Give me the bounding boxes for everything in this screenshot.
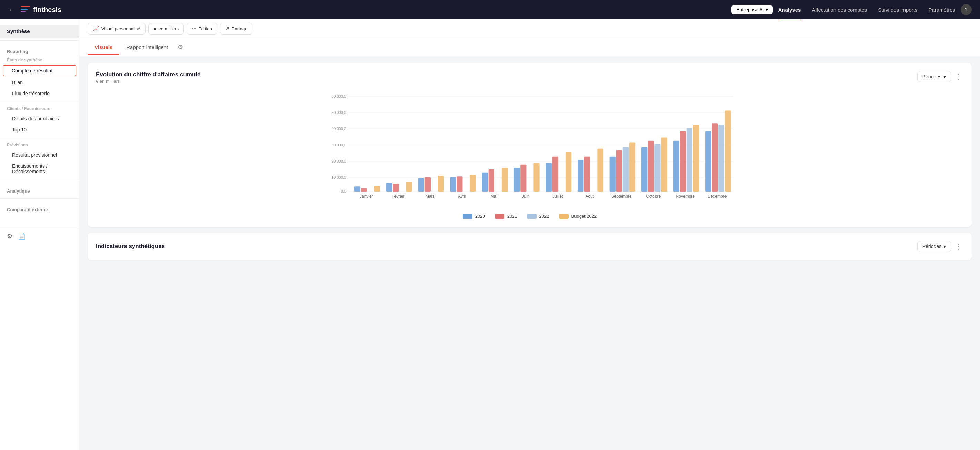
bar-budget2022-avril bbox=[470, 175, 476, 191]
x-label-mars: Mars bbox=[426, 194, 435, 199]
nav-link-analyses[interactable]: Analyses bbox=[778, 6, 801, 14]
x-label-décembre: Décembre bbox=[708, 194, 727, 199]
x-label-septembre: Septembre bbox=[611, 194, 632, 199]
chart-controls: Périodes ▾ ⋮ bbox=[917, 71, 963, 82]
indicators-controls: Périodes ▾ ⋮ bbox=[917, 241, 963, 252]
nav-link-parametres[interactable]: Paramètres bbox=[928, 6, 955, 14]
indicators-periods-label: Périodes bbox=[923, 244, 941, 249]
periods-chevron-icon: ▾ bbox=[943, 74, 946, 79]
visuel-personnalise-button[interactable]: 📈 Visuel personnalisé bbox=[88, 23, 146, 35]
sidebar-item-resultat-prev[interactable]: Résultat prévisionnel bbox=[0, 149, 79, 160]
bar-2020-octobre bbox=[641, 147, 647, 191]
sidebar-item-synthese[interactable]: Synthèse bbox=[0, 25, 79, 38]
company-selector[interactable]: Entreprise A ▾ bbox=[731, 5, 772, 14]
app-name: finthesis bbox=[33, 6, 61, 14]
sidebar-section-analytique: Analytique bbox=[0, 183, 79, 196]
indicators-periods-dropdown[interactable]: Périodes ▾ bbox=[917, 241, 951, 252]
sidebar-item-details-aux[interactable]: Détails des auxiliaires bbox=[0, 113, 79, 124]
legend-2022: 2022 bbox=[527, 214, 549, 219]
partage-button[interactable]: ↗ Partage bbox=[220, 23, 253, 35]
bar-budget2022-mai bbox=[502, 168, 508, 191]
bar-2021-juillet bbox=[552, 157, 558, 191]
bar-budget2022-septembre bbox=[629, 142, 635, 191]
bar-2021-novembre bbox=[680, 131, 686, 191]
settings-icon[interactable]: ⚙ bbox=[7, 233, 13, 240]
back-button[interactable]: ← bbox=[8, 6, 15, 13]
nav-link-imports[interactable]: Suivi des imports bbox=[878, 6, 917, 14]
sidebar-item-encaissements[interactable]: Encaissements / Décaissements bbox=[0, 160, 79, 177]
app-logo: finthesis bbox=[21, 6, 726, 14]
x-label-août: Août bbox=[585, 194, 594, 199]
sidebar-item-flux[interactable]: Flux de trésorerie bbox=[0, 88, 79, 99]
tab-rapport[interactable]: Rapport intelligent bbox=[119, 39, 175, 55]
bar-budget2022-mars bbox=[438, 176, 444, 191]
bar-2021-janvier bbox=[361, 188, 367, 191]
sidebar-section-comparatif: Comparatif externe bbox=[0, 201, 79, 214]
svg-text:50 000,0: 50 000,0 bbox=[331, 110, 346, 115]
tab-visuels[interactable]: Visuels bbox=[88, 39, 119, 55]
sidebar-divider-4 bbox=[0, 180, 79, 180]
milliers-icon: ● bbox=[153, 26, 157, 32]
document-icon[interactable]: 📄 bbox=[18, 233, 25, 240]
indicators-title: Indicateurs synthétiques bbox=[96, 243, 165, 250]
legend-color-2021 bbox=[495, 214, 504, 219]
edition-button[interactable]: ✏ Édition bbox=[186, 23, 217, 35]
x-label-octobre: Octobre bbox=[646, 194, 661, 199]
x-label-juin: Juin bbox=[522, 194, 530, 199]
legend-color-2020 bbox=[463, 214, 473, 219]
sidebar-item-bilan[interactable]: Bilan bbox=[0, 77, 79, 88]
svg-text:40 000,0: 40 000,0 bbox=[331, 127, 346, 131]
bar-budget2022-juin bbox=[533, 163, 539, 191]
legend-label-2021: 2021 bbox=[507, 214, 517, 219]
sidebar-divider-5 bbox=[0, 198, 79, 199]
periods-dropdown[interactable]: Périodes ▾ bbox=[917, 71, 951, 82]
tabs-bar: Visuels Rapport intelligent ⚙ bbox=[79, 38, 980, 56]
bar-2021-mai bbox=[488, 169, 495, 191]
bar-budget2022-décembre bbox=[725, 110, 731, 191]
sidebar-item-compte-resultat[interactable]: Compte de résultat bbox=[3, 65, 76, 76]
bar-budget2022-janvier bbox=[374, 186, 380, 191]
x-label-mai: Mai bbox=[491, 194, 497, 199]
indicators-card: Indicateurs synthétiques Périodes ▾ ⋮ bbox=[88, 233, 972, 260]
svg-text:30 000,0: 30 000,0 bbox=[331, 143, 346, 147]
legend-2021: 2021 bbox=[495, 214, 517, 219]
bar-2021-juin bbox=[520, 164, 526, 191]
sidebar-item-top10[interactable]: Top 10 bbox=[0, 124, 79, 135]
x-label-janvier: Janvier bbox=[360, 194, 373, 199]
bar-2021-octobre bbox=[648, 141, 654, 191]
legend-budget2022: Budget 2022 bbox=[559, 214, 597, 219]
legend-label-2022: 2022 bbox=[539, 214, 549, 219]
main-layout: Synthèse Reporting États de synthèse Com… bbox=[0, 19, 980, 450]
bar-2020-janvier bbox=[355, 186, 360, 191]
x-label-novembre: Novembre bbox=[676, 194, 695, 199]
bar-2022-novembre bbox=[687, 128, 692, 191]
help-button[interactable]: ? bbox=[961, 4, 972, 15]
sidebar-footer: ⚙ 📄 bbox=[0, 228, 79, 244]
sidebar-subsection-clients: Clients / Fournisseurs bbox=[0, 105, 79, 113]
en-milliers-button[interactable]: ● en milliers bbox=[148, 23, 184, 35]
scroll-content: Évolution du chiffre d'affaires cumulé €… bbox=[79, 56, 980, 450]
bar-budget2022-février bbox=[406, 182, 412, 191]
bar-2022-septembre bbox=[623, 147, 628, 191]
indicators-chevron-icon: ▾ bbox=[943, 244, 946, 249]
x-label-juillet: Juillet bbox=[552, 194, 563, 199]
chart-menu-icon[interactable]: ⋮ bbox=[954, 71, 963, 82]
tab-settings-icon[interactable]: ⚙ bbox=[175, 38, 186, 56]
chart-container: 60 000,0 50 000,0 40 000,0 30 000,0 20 0… bbox=[96, 91, 963, 209]
sidebar: Synthèse Reporting États de synthèse Com… bbox=[0, 19, 79, 450]
bar-budget2022-octobre bbox=[661, 138, 667, 191]
nav-link-affectation[interactable]: Affectation des comptes bbox=[812, 6, 867, 14]
bar-2020-novembre bbox=[673, 141, 679, 191]
legend-color-budget2022 bbox=[559, 214, 569, 219]
bar-2020-juillet bbox=[546, 163, 552, 191]
legend-label-budget2022: Budget 2022 bbox=[571, 214, 597, 219]
edit-icon: ✏ bbox=[192, 26, 196, 32]
bar-2020-mars bbox=[418, 178, 424, 191]
bar-2022-décembre bbox=[718, 125, 724, 191]
legend-color-2022 bbox=[527, 214, 536, 219]
indicators-menu-icon[interactable]: ⋮ bbox=[954, 241, 963, 252]
chart-icon: 📈 bbox=[93, 26, 99, 32]
bar-2022-octobre bbox=[654, 144, 660, 191]
chart-card-header: Évolution du chiffre d'affaires cumulé €… bbox=[96, 71, 963, 84]
bar-2021-août bbox=[584, 157, 590, 191]
